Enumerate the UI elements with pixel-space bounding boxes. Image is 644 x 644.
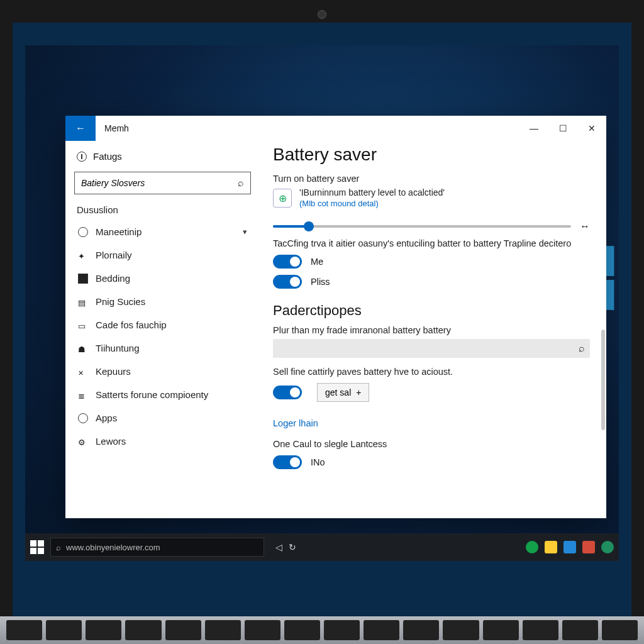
sidebar-home[interactable]: Fatugs: [74, 147, 251, 165]
toggle-1[interactable]: [273, 255, 302, 269]
gear-icon: [78, 436, 88, 447]
refresh-icon[interactable]: ↻: [289, 542, 296, 552]
slider-thumb[interactable]: [304, 221, 314, 231]
info-icon: [77, 152, 87, 162]
sidebar-item-3[interactable]: Pnig Sucies: [74, 290, 251, 313]
get-sal-label: get sal: [325, 387, 351, 397]
circle-icon: [78, 413, 88, 423]
sidebar-item-label: Cade fos fauchip: [96, 319, 167, 330]
close-button[interactable]: ✕: [577, 116, 606, 141]
sidebar-search[interactable]: ⌕: [74, 172, 251, 194]
window-title: Memh: [96, 123, 129, 133]
chevron-down-icon: ▾: [243, 227, 247, 236]
info-row: ⊕ 'IBurninnum battery level to acalctied…: [273, 187, 590, 208]
square-icon: [78, 274, 88, 284]
toggle-2-label: Pliss: [311, 277, 330, 287]
loger-link[interactable]: Loger lhain: [273, 418, 318, 428]
search-icon: ⌕: [579, 343, 585, 354]
document-icon: [78, 297, 88, 307]
back-button[interactable]: ←: [65, 116, 96, 141]
turn-on-label: Turn on battery saver: [273, 174, 590, 184]
secondary-search-box[interactable]: ⌕: [273, 339, 590, 358]
card-icon: [78, 320, 88, 330]
sidebar-item-label: Lewors: [96, 436, 126, 447]
sidebar-item-label: Plornaily: [96, 250, 132, 260]
settings-sidebar: Fatugs ⌕ Dususlion Maneetinip ▾: [65, 141, 260, 518]
sidebar-item-label: Pnig Sucies: [96, 296, 145, 307]
sidebar-item-0[interactable]: Maneetinip ▾: [74, 220, 251, 243]
titlebar: ← Memh — ☐ ✕: [65, 116, 606, 141]
description-4: One Caul to slegle Lantcess: [273, 439, 590, 449]
taskbar: ⌕ www.obinyenielowrer.com ◁ ↻: [25, 533, 619, 561]
minimize-button[interactable]: —: [519, 116, 548, 141]
toggle-1-label: Me: [311, 257, 323, 267]
circle-icon: [78, 227, 88, 237]
arrow-left-icon: ←: [75, 123, 86, 134]
sidebar-home-label: Fatugs: [93, 151, 122, 162]
sidebar-item-9[interactable]: Lewors: [74, 430, 251, 453]
share-icon[interactable]: ◁: [275, 542, 282, 552]
taskbar-app-3[interactable]: [564, 541, 576, 553]
webcam: [318, 10, 326, 19]
start-button[interactable]: [30, 540, 44, 554]
scrollbar[interactable]: [601, 330, 605, 430]
sidebar-item-label: Maneetinip: [96, 226, 142, 237]
info-line-2-link[interactable]: (Mlb cot mound detal): [299, 199, 445, 208]
settings-window: ← Memh — ☐ ✕ Fatugs: [65, 116, 606, 518]
sidebar-item-7[interactable]: Satterts forune compioenty: [74, 383, 251, 406]
maximize-icon: ☐: [559, 123, 567, 133]
toggle-2[interactable]: [273, 275, 302, 289]
battery-level-slider[interactable]: [273, 225, 571, 228]
sidebar-item-label: Satterts forune compioenty: [96, 389, 208, 400]
taskbar-search-text: www.obinyenielowrer.com: [66, 543, 160, 552]
slider-end-icon: ↔: [580, 221, 590, 232]
sidebar-section-label: Dususlion: [77, 204, 248, 215]
sidebar-item-1[interactable]: Plornaily: [74, 243, 251, 267]
sidebar-item-label: Bedding: [96, 273, 130, 284]
section-2-title: Paderctipopes: [273, 303, 590, 319]
taskbar-search[interactable]: ⌕ www.obinyenielowrer.com: [50, 538, 264, 557]
sidebar-nav: Maneetinip ▾ Plornaily Bedding: [74, 220, 251, 453]
desktop-wallpaper: ← Memh — ☐ ✕ Fatugs: [25, 45, 619, 561]
search-input[interactable]: [81, 178, 238, 188]
description-3: Sell fine cattirly paves battery hve to …: [273, 367, 590, 377]
shield-icon: [78, 343, 88, 353]
sidebar-item-6[interactable]: Kepuurs: [74, 360, 251, 383]
search-icon: ⌕: [56, 543, 61, 552]
sidebar-item-label: Tiihuntung: [96, 343, 140, 353]
sidebar-item-8[interactable]: Apps: [74, 406, 251, 430]
description-2: Plur than my frade imranonal battery bat…: [273, 325, 590, 335]
page-title: Battery saver: [273, 145, 590, 165]
taskbar-app-5[interactable]: [601, 541, 614, 553]
search-icon: ⌕: [238, 177, 244, 189]
plus-icon: +: [356, 387, 361, 397]
list-icon: [78, 390, 88, 400]
settings-content: Battery saver Turn on battery saver ⊕ 'I…: [260, 141, 606, 518]
taskbar-app-4[interactable]: [582, 541, 595, 553]
screen-bezel: ← Memh — ☐ ✕ Fatugs: [0, 0, 644, 644]
sidebar-item-4[interactable]: Cade fos fauchip: [74, 313, 251, 336]
x-icon: [78, 367, 88, 377]
bolt-icon: [78, 250, 88, 260]
description-1: TacCfing trva it aitier oasuny's entucil…: [273, 238, 590, 248]
maximize-button[interactable]: ☐: [548, 116, 577, 141]
sidebar-item-5[interactable]: Tiihuntung: [74, 336, 251, 360]
toggle-4-label: INo: [311, 457, 325, 467]
toggle-3[interactable]: [273, 386, 302, 399]
laptop-viewport: ← Memh — ☐ ✕ Fatugs: [0, 0, 644, 644]
sidebar-item-label: Kepuurs: [96, 366, 131, 377]
get-sal-button[interactable]: get sal +: [317, 383, 369, 402]
sidebar-item-2[interactable]: Bedding: [74, 267, 251, 290]
taskbar-app-2[interactable]: [545, 541, 557, 553]
toggle-4[interactable]: [273, 455, 302, 469]
globe-icon: ⊕: [273, 189, 292, 208]
close-icon: ✕: [588, 123, 596, 133]
window-controls: — ☐ ✕: [519, 116, 606, 141]
keyboard: [0, 616, 644, 644]
minimize-icon: —: [530, 123, 538, 133]
taskbar-app-1[interactable]: [526, 541, 538, 553]
info-line-1: 'IBurninnum battery level to acalctied': [299, 187, 445, 197]
sidebar-item-label: Apps: [96, 413, 117, 423]
